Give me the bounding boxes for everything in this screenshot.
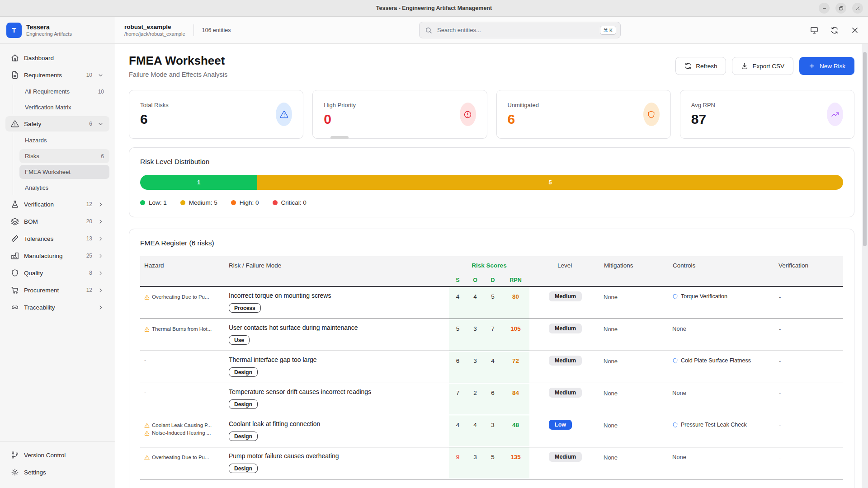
sidebar-item-label: Verification Matrix xyxy=(25,104,104,111)
sidebar-item-traceability[interactable]: Traceability xyxy=(5,300,109,315)
fmea-row[interactable]: Thermal Burns from Hot... User contacts … xyxy=(140,319,843,351)
minimize-button[interactable] xyxy=(819,3,830,14)
risk-title: Temperature sensor drift causes incorrec… xyxy=(229,388,444,395)
sidebar-item-dashboard[interactable]: Dashboard xyxy=(5,50,109,66)
sidebar-item-verification[interactable]: Verification12 xyxy=(5,197,109,212)
risk-title: Thermal interface gap too large xyxy=(229,356,444,363)
window-title: Tessera - Engineering Artifact Managemen… xyxy=(376,5,492,11)
level-badge: Medium xyxy=(549,291,582,301)
sidebar-subgroup: HazardsRisks6FMEA WorksheetAnalytics xyxy=(13,133,109,195)
col-occurrence: O xyxy=(467,277,484,283)
cell-severity: 5 xyxy=(449,319,467,351)
sidebar-item-tolerances[interactable]: Tolerances13 xyxy=(5,231,109,246)
sidebar-item-label: FMEA Worksheet xyxy=(25,169,104,175)
horizontal-scrollbar-thumb[interactable] xyxy=(330,136,349,139)
project-name: robust_example xyxy=(124,23,185,31)
stat-icon-badge xyxy=(276,103,292,126)
cell-controls: Torque Verification xyxy=(668,287,774,319)
sidebar-item-label: Manufacturing xyxy=(24,253,81,259)
sidebar-item-fmea-worksheet[interactable]: FMEA Worksheet xyxy=(19,165,109,179)
sidebar-item-procurement[interactable]: Procurement12 xyxy=(5,282,109,298)
new-risk-button[interactable]: New Risk xyxy=(799,57,854,75)
monitor-button[interactable] xyxy=(810,26,818,34)
new-risk-label: New Risk xyxy=(820,63,845,70)
vertical-scrollbar[interactable] xyxy=(862,44,868,488)
cell-rpn: 80 xyxy=(502,287,529,319)
search-input[interactable] xyxy=(436,26,600,34)
cell-verification: - xyxy=(774,351,843,383)
fmea-row[interactable]: - Temperature sensor drift causes incorr… xyxy=(140,383,843,415)
app-brand: T Tessera Engineering Artifacts xyxy=(0,17,115,44)
git-branch-icon xyxy=(11,451,19,459)
cell-occurrence: 3 xyxy=(467,319,484,351)
cell-rpn: 48 xyxy=(502,415,529,447)
search-box[interactable]: ⌘ K xyxy=(419,22,621,38)
sidebar-item-all-requirements[interactable]: All Requirements10 xyxy=(19,84,109,99)
stat-icon-badge xyxy=(827,103,843,126)
page-heading: FMEA Worksheet Failure Mode and Effects … xyxy=(129,54,227,78)
shield-icon xyxy=(672,358,678,364)
sidebar-item-hazards[interactable]: Hazards xyxy=(19,133,109,147)
cell-severity: 9 xyxy=(449,447,467,479)
fmea-row[interactable]: - Thermal interface gap too large Design… xyxy=(140,351,843,383)
cell-occurrence: 2 xyxy=(467,383,484,415)
chevron-right-icon xyxy=(97,218,104,225)
sidebar-item-count: 12 xyxy=(86,201,92,207)
cell-verification: - xyxy=(774,447,843,479)
bar-segment-low: 1 xyxy=(140,175,257,190)
scope-tag: Design xyxy=(229,367,258,377)
hazard-empty: - xyxy=(144,357,146,364)
export-csv-button[interactable]: Export CSV xyxy=(732,57,793,75)
refresh-button[interactable] xyxy=(830,26,839,34)
sidebar-item-label: Procurement xyxy=(24,287,81,294)
sidebar-item-label: Version Control xyxy=(24,452,104,459)
close-button[interactable] xyxy=(852,3,863,14)
home-icon xyxy=(11,54,19,62)
fmea-row[interactable]: Overheating Due to Pu... Incorrect torqu… xyxy=(140,287,843,319)
fmea-row[interactable]: Coolant Leak Causing P...Noise-Induced H… xyxy=(140,415,843,447)
cell-hazard: - xyxy=(140,383,224,415)
cell-level: Medium xyxy=(529,447,599,479)
stat-icon-badge xyxy=(460,103,476,126)
sidebar-item-label: Verification xyxy=(24,201,81,208)
sidebar-item-quality[interactable]: Quality8 xyxy=(5,265,109,281)
maximize-button[interactable] xyxy=(835,3,846,14)
cell-controls: None xyxy=(668,319,774,351)
level-badge: Low xyxy=(549,420,572,430)
col-risk: Risk / Failure Mode xyxy=(224,262,449,269)
sidebar-item-verification-matrix[interactable]: Verification Matrix xyxy=(19,100,109,114)
sidebar-item-bom[interactable]: BOM20 xyxy=(5,214,109,229)
sidebar-item-safety[interactable]: Safety6 xyxy=(5,116,109,131)
sidebar-item-label: Quality xyxy=(24,270,84,277)
control-label: Pressure Test Leak Check xyxy=(681,422,747,428)
vertical-scrollbar-thumb[interactable] xyxy=(863,52,867,246)
sidebar-item-analytics[interactable]: Analytics xyxy=(19,181,109,195)
sidebar-item-version-control[interactable]: Version Control xyxy=(5,447,109,463)
sidebar-item-manufacturing[interactable]: Manufacturing25 xyxy=(5,248,109,263)
sidebar-item-requirements[interactable]: Requirements10 xyxy=(5,67,109,83)
sidebar-item-label: All Requirements xyxy=(25,88,98,95)
refresh-icon xyxy=(684,62,692,70)
fmea-row[interactable]: Overheating Due to Pu... Pump motor fail… xyxy=(140,447,843,479)
topbar: robust_example /home/jack/robust_example… xyxy=(115,17,868,44)
cell-verification: - xyxy=(774,415,843,447)
refresh-button[interactable]: Refresh xyxy=(675,57,726,75)
level-badge: Medium xyxy=(549,452,582,462)
sidebar-item-settings[interactable]: Settings xyxy=(5,465,109,480)
control-label: None xyxy=(672,454,686,460)
scope-tag: Design xyxy=(229,464,258,473)
legend-label: Low: 1 xyxy=(149,199,167,206)
legend-label: High: 0 xyxy=(240,199,259,206)
legend-item-high: High: 0 xyxy=(231,199,259,206)
col-risk-scores: Risk Scores xyxy=(449,262,529,269)
cell-hazard: - xyxy=(140,351,224,383)
cell-verification: - xyxy=(774,383,843,415)
sidebar-item-risks[interactable]: Risks6 xyxy=(19,149,109,163)
refresh-label: Refresh xyxy=(696,63,717,70)
topbar-close-button[interactable] xyxy=(851,26,859,34)
level-badge: Medium xyxy=(549,356,582,366)
distribution-bar: 15 xyxy=(140,175,843,190)
legend-label: Critical: 0 xyxy=(281,199,307,206)
col-controls: Controls xyxy=(668,262,774,269)
cell-risk: Incorrect torque on mounting screws Proc… xyxy=(224,287,449,319)
